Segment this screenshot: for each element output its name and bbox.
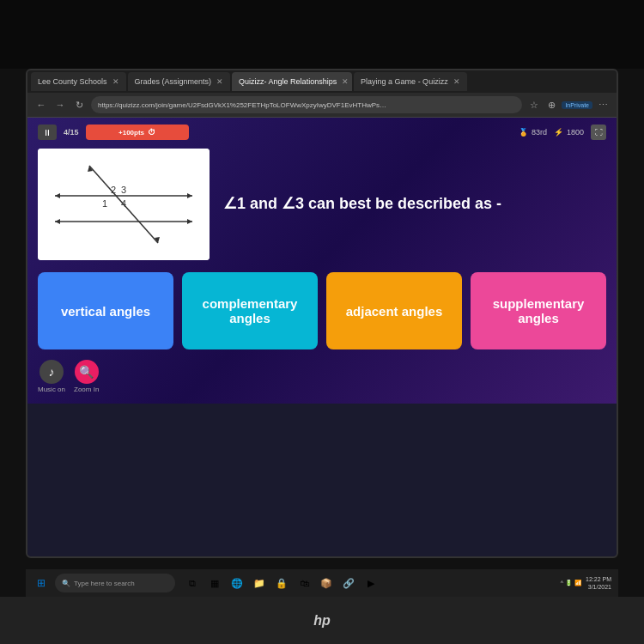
lock-icon[interactable]: 🔒 [273,574,290,592]
youtube-icon[interactable]: ▶ [362,574,380,592]
geometry-diagram: 2 3 1 4 [38,149,210,260]
widgets-button[interactable]: ▦ [206,574,223,592]
tabs-bar: Lee County Schools ✕ Grades (Assignments… [27,70,617,93]
star-button[interactable]: ☆ [527,98,541,112]
taskbar-search[interactable]: 🔍 Type here to search [55,574,175,592]
back-button[interactable]: ← [34,98,48,112]
answer-card-supplementary[interactable]: supplementary angles [471,272,606,349]
inprivate-badge: InPrivate [562,101,592,109]
tab-close-icon[interactable]: ✕ [216,77,223,86]
tab-playing-game[interactable]: Playing a Game - Quizizz ✕ [354,72,467,91]
tab-grades[interactable]: Grades (Assignments) ✕ [128,72,231,91]
timer-icon: ⏱ [148,128,155,137]
top-bezel [0,0,644,69]
game-bar: ⏸ 4/15 +100pts ⏱ 🏅 83rd ⚡ 1800 ⛶ [38,125,606,140]
zoom-button[interactable]: 🔍 Zoom In [74,360,99,393]
start-button[interactable]: ⊞ [33,574,50,592]
music-icon: ♪ [39,360,64,384]
laptop-screen: Lee County Schools ✕ Grades (Assignments… [26,69,618,558]
laptop-frame: Lee County Schools ✕ Grades (Assignments… [0,0,644,644]
bottom-tools-bar: ♪ Music on 🔍 Zoom In [38,360,606,393]
dropbox-icon[interactable]: 📦 [318,574,335,592]
question-area: 2 3 1 4 ∠1 and ∠3 can best be described … [38,149,606,260]
question-counter: 4/15 [64,128,79,137]
timer-bar: +100pts ⏱ [86,125,189,140]
score-icon: ⚡ [554,128,563,137]
tab-close-icon[interactable]: ✕ [112,77,119,86]
edge-icon[interactable]: 🌐 [228,574,246,592]
extensions-button[interactable]: ⊕ [544,98,558,112]
system-clock: 12:22 PM 3/1/2021 [586,575,611,591]
windows-taskbar: ⊞ 🔍 Type here to search ⧉ ▦ 🌐 📁 🔒 🛍 📦 🔗 … [26,569,618,597]
answers-grid: vertical angles complementary angles adj… [38,272,606,349]
refresh-button[interactable]: ↻ [72,98,86,112]
tab-quizizz-angle[interactable]: Quizizz- Angle Relationships ✕ [232,72,352,91]
diagram-svg: 2 3 1 4 [38,149,210,260]
tab-close-icon[interactable]: ✕ [342,77,349,86]
hp-logo: hp [313,613,331,629]
fullscreen-button[interactable]: ⛶ [591,125,606,140]
question-text: ∠1 and ∠3 can best be described as - [223,193,606,215]
search-icon: 🔍 [62,580,70,587]
file-explorer-icon[interactable]: 📁 [251,574,268,592]
taskbar-right: ^ 🔋 📶 12:22 PM 3/1/2021 [561,575,611,591]
laptop-bottom-bezel: hp [0,597,644,644]
taskview-button[interactable]: ⧉ [184,574,201,592]
svg-text:3: 3 [121,185,126,195]
svg-text:1: 1 [102,198,107,209]
system-tray: ^ 🔋 📶 [561,580,582,586]
network-icon[interactable]: 🔗 [340,574,357,592]
forward-button[interactable]: → [53,98,67,112]
menu-button[interactable]: ⋯ [596,98,610,112]
quizizz-app: ⏸ 4/15 +100pts ⏱ 🏅 83rd ⚡ 1800 ⛶ [27,118,617,404]
answer-card-complementary[interactable]: complementary angles [182,272,318,349]
rank-badge: 🏅 83rd [519,128,547,137]
zoom-icon: 🔍 [75,360,99,384]
answer-card-vertical[interactable]: vertical angles [38,272,173,349]
answer-card-adjacent[interactable]: adjacent angles [326,272,462,349]
url-input[interactable]: https://quizizz.com/join/game/U2FsdGVkX1… [91,96,522,113]
address-bar: ← → ↻ https://quizizz.com/join/game/U2Fs… [27,93,617,117]
music-label: Music on [38,386,65,393]
music-button[interactable]: ♪ Music on [38,360,65,393]
rank-icon: 🏅 [519,128,528,137]
tab-lee-county[interactable]: Lee County Schools ✕ [31,72,126,91]
zoom-label: Zoom In [74,386,99,393]
score-badge: ⚡ 1800 [554,128,584,137]
browser-actions: ☆ ⊕ InPrivate ⋯ [527,98,610,112]
tab-close-icon[interactable]: ✕ [453,77,460,86]
pause-button[interactable]: ⏸ [38,125,57,140]
taskbar-icons: ⧉ ▦ 🌐 📁 🔒 🛍 📦 🔗 ▶ [184,574,380,592]
svg-text:4: 4 [121,198,126,209]
store-icon[interactable]: 🛍 [295,574,313,592]
browser-chrome: Lee County Schools ✕ Grades (Assignments… [27,70,617,118]
svg-text:2: 2 [111,185,116,195]
